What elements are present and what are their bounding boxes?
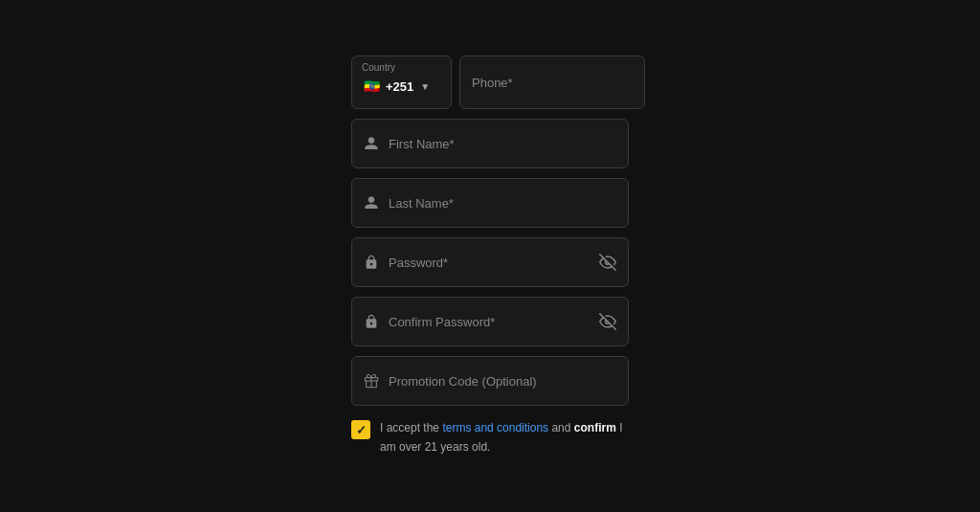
terms-confirm: confirm xyxy=(574,421,616,434)
country-value: 🇪🇹 +251 ▼ xyxy=(362,77,441,96)
last-name-input[interactable] xyxy=(389,196,616,211)
confirm-password-field xyxy=(351,297,629,346)
user-icon xyxy=(364,195,379,211)
eye-off-icon[interactable] xyxy=(599,313,616,330)
phone-input[interactable] xyxy=(459,56,645,109)
terms-checkbox[interactable]: ✓ xyxy=(351,420,370,439)
gift-icon xyxy=(364,373,379,389)
first-name-field xyxy=(351,119,629,168)
phone-row: Country 🇪🇹 +251 ▼ xyxy=(351,56,629,109)
password-input[interactable] xyxy=(389,256,590,270)
confirm-password-input[interactable] xyxy=(389,315,590,329)
checkmark-icon: ✓ xyxy=(356,423,367,437)
lock-icon xyxy=(364,314,379,329)
country-code: +251 xyxy=(386,79,413,94)
terms-row: ✓ I accept the terms and conditions and … xyxy=(351,419,629,456)
terms-prefix: I accept the xyxy=(380,421,442,434)
last-name-field xyxy=(351,178,629,228)
terms-text: I accept the terms and conditions and co… xyxy=(380,419,629,456)
terms-link[interactable]: terms and conditions xyxy=(442,421,548,434)
promo-code-input[interactable] xyxy=(389,374,616,389)
terms-suffix1: and xyxy=(548,421,574,434)
country-label: Country xyxy=(362,62,441,73)
promo-code-field xyxy=(351,356,629,406)
password-field xyxy=(351,237,629,287)
registration-form: Country 🇪🇹 +251 ▼ xyxy=(351,56,629,456)
first-name-input[interactable] xyxy=(389,137,616,151)
country-selector[interactable]: Country 🇪🇹 +251 ▼ xyxy=(351,56,452,109)
user-icon xyxy=(364,136,379,151)
chevron-down-icon: ▼ xyxy=(420,81,430,92)
lock-icon xyxy=(364,255,379,270)
flag-icon: 🇪🇹 xyxy=(362,77,381,96)
eye-off-icon[interactable] xyxy=(599,254,616,271)
